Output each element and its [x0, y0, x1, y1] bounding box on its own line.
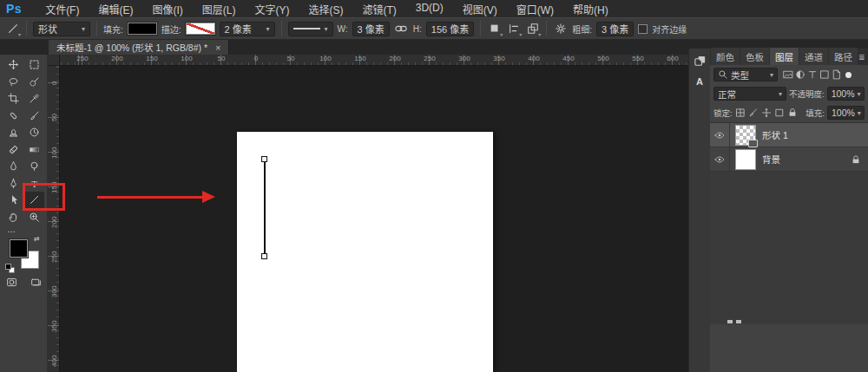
blend-mode-dropdown[interactable]: 正常▾ [713, 87, 786, 101]
menu-item[interactable]: 图层(L) [193, 2, 246, 16]
layer-thumbnail[interactable] [735, 125, 756, 146]
move-tool[interactable] [3, 56, 23, 74]
clone-stamp-tool[interactable] [3, 124, 23, 141]
hand-tool[interactable] [3, 209, 23, 226]
lock-all-icon[interactable] [787, 108, 798, 118]
layer-thumbnail[interactable] [735, 149, 756, 170]
visibility-toggle[interactable] [710, 123, 730, 147]
blur-tool[interactable] [3, 158, 23, 175]
ruler-origin-corner[interactable] [48, 55, 60, 66]
arrow-head [202, 191, 215, 203]
menu-item[interactable]: 图像(I) [142, 2, 192, 16]
width-input[interactable]: 3 像素 [352, 22, 390, 36]
search-icon [718, 69, 728, 80]
canvas-pasteboard[interactable] [60, 66, 688, 372]
link-dimensions-icon[interactable] [394, 22, 409, 36]
opacity-label: 不透明度: [789, 88, 825, 100]
marquee-tool[interactable] [23, 56, 44, 74]
eraser-tool[interactable] [3, 141, 23, 159]
pen-tool[interactable] [3, 175, 23, 193]
lock-pixels-icon[interactable] [748, 108, 759, 118]
horizontal-ruler[interactable]: 2502001501005005010015020025030035040045… [60, 55, 688, 66]
crop-tool[interactable] [3, 90, 23, 108]
align-edges-checkbox[interactable] [638, 24, 648, 34]
path-arrangement-icon[interactable]: ▾ [525, 22, 540, 36]
gradient-tool[interactable] [23, 141, 44, 159]
vertical-ruler[interactable]: 050100150200250300350400 [48, 66, 60, 372]
line-shape[interactable] [264, 161, 266, 255]
filter-smart-objects-icon[interactable] [832, 69, 842, 80]
current-tool-icon[interactable]: ▾ [5, 22, 20, 36]
path-alignment-icon[interactable]: ▾ [506, 22, 521, 36]
line-anchor-bottom[interactable] [261, 253, 267, 259]
filter-shape-layers-icon[interactable] [819, 69, 830, 80]
filter-toggle-icon[interactable] [845, 72, 852, 78]
menu-item[interactable]: 选择(S) [299, 2, 352, 16]
shape-settings-gear-icon[interactable] [553, 22, 568, 36]
fill-swatch[interactable] [128, 23, 157, 35]
height-input[interactable]: 156 像素 [426, 22, 474, 36]
tab-color[interactable]: 颜色 [711, 48, 740, 65]
panel-menu-icon[interactable]: ≣ [858, 53, 865, 65]
lock-position-icon[interactable] [761, 108, 772, 118]
menu-item[interactable]: 文件(F) [36, 2, 89, 16]
tool-options-bar: ▾ 形状▾ 填充: 描边: 2 像素▾ ▾ W: 3 像素 H: 156 像素 … [0, 17, 868, 40]
ruler-label: 300 [447, 55, 482, 63]
ruler-label: 400 [516, 55, 551, 63]
foreground-color-swatch[interactable] [10, 239, 28, 258]
path-operations-icon[interactable]: ▾ [487, 22, 502, 36]
stroke-width-dropdown[interactable]: 2 像素▾ [220, 22, 275, 36]
layer-name[interactable]: 形状 1 [762, 128, 788, 141]
menu-item[interactable]: 编辑(E) [89, 2, 142, 16]
lock-transparency-icon[interactable] [735, 108, 746, 118]
swap-colors-icon[interactable]: ⇄ [34, 235, 40, 243]
menu-item[interactable]: 3D(D) [406, 2, 453, 16]
document-tab[interactable]: 未标题-1 @ 100% (形状 1, RGB/8#) * × [49, 40, 229, 55]
healing-tool[interactable] [3, 108, 23, 125]
screen-mode-icon[interactable] [30, 277, 42, 288]
character-panel-icon[interactable]: A [696, 76, 703, 87]
filter-type-layers-icon[interactable] [807, 69, 818, 80]
filter-adjustment-layers-icon[interactable] [795, 69, 806, 80]
properties-panel-icon[interactable] [694, 55, 707, 68]
ruler-label: 550 [621, 55, 655, 63]
stroke-type-dropdown[interactable]: ▾ [288, 22, 333, 36]
menu-item[interactable]: 文字(Y) [245, 2, 299, 16]
history-brush-tool[interactable] [23, 124, 44, 141]
zoom-tool[interactable] [23, 209, 44, 226]
quick-select-tool[interactable] [23, 74, 44, 91]
filter-type-dropdown[interactable]: 类型 ▾ [713, 68, 778, 82]
default-colors-icon[interactable] [5, 264, 15, 273]
brush-tool[interactable] [23, 108, 44, 125]
menu-item[interactable]: 滤镜(T) [352, 2, 405, 16]
width-label: W: [338, 24, 348, 34]
toolbar-ellipsis-icon[interactable]: … [7, 225, 16, 234]
tab-channels[interactable]: 通道 [799, 48, 828, 65]
tab-swatches[interactable]: 色板 [740, 48, 769, 65]
tab-close-icon[interactable]: × [215, 42, 220, 53]
visibility-toggle[interactable] [710, 147, 730, 171]
tab-layers[interactable]: 图层 [770, 48, 799, 65]
weight-input[interactable]: 3 像素 [596, 22, 634, 36]
menu-item[interactable]: 帮助(H) [563, 2, 618, 16]
path-select-tool[interactable] [3, 192, 23, 209]
document-canvas[interactable] [237, 132, 493, 372]
menu-item[interactable]: 窗口(W) [507, 2, 563, 16]
fill-dropdown[interactable]: 100%▾ [827, 106, 865, 120]
layer-name[interactable]: 背景 [762, 153, 780, 166]
tool-mode-dropdown[interactable]: 形状▾ [33, 22, 90, 36]
filter-pixel-layers-icon[interactable] [783, 69, 793, 80]
eyedropper-tool[interactable] [23, 90, 44, 108]
quick-mask-icon[interactable] [6, 277, 17, 288]
layer-row-background[interactable]: 背景 [710, 147, 868, 172]
separator [281, 21, 282, 36]
layer-row-shape1[interactable]: 形状 1 [710, 123, 868, 147]
stroke-swatch[interactable] [186, 23, 215, 35]
lasso-tool[interactable] [3, 74, 23, 91]
opacity-dropdown[interactable]: 100%▾ [827, 87, 865, 101]
line-anchor-top[interactable] [261, 156, 267, 162]
lock-artboard-icon[interactable] [774, 108, 785, 118]
dodge-tool[interactable] [23, 158, 44, 175]
tab-paths[interactable]: 路径 [829, 48, 858, 65]
menu-item[interactable]: 视图(V) [453, 2, 507, 16]
